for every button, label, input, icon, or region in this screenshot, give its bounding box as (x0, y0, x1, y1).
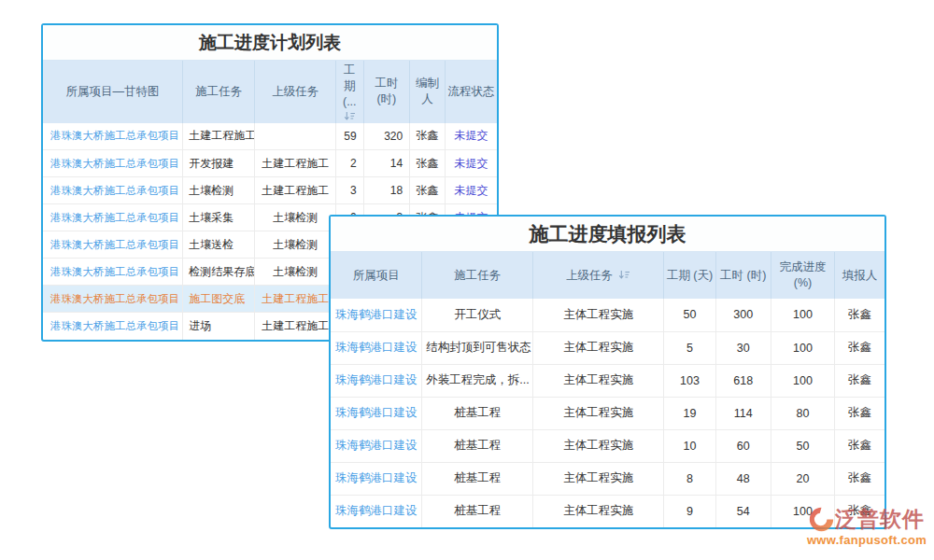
parent-task-cell: 土建工程施工 (255, 150, 336, 177)
parent-task-cell: 主体工程实施 (532, 364, 664, 397)
report-table-row[interactable]: 珠海鹤港口建设 外装工程完成，拆... 主体工程实施 103 618 100 张… (331, 364, 884, 397)
task-cell: 桩基工程 (422, 397, 533, 429)
task-cell: 检测结果存底 (183, 259, 255, 286)
task-cell: 桩基工程 (422, 429, 533, 462)
parent-task-cell: 主体工程实施 (532, 299, 664, 331)
project-link[interactable]: 港珠澳大桥施工总承包项目 (43, 123, 183, 150)
parent-task-cell: 主体工程实施 (532, 397, 664, 429)
progress-cell: 80 (771, 397, 834, 429)
hours-cell: 14 (363, 150, 410, 177)
task-cell: 土建工程施工 (183, 123, 255, 150)
parent-task-cell: 主体工程实施 (532, 495, 664, 527)
hours-cell: 300 (715, 299, 771, 331)
parent-task-cell: 土建工程施工 (255, 313, 336, 340)
hours-cell: 48 (715, 462, 771, 495)
project-link[interactable]: 珠海鹤港口建设 (331, 462, 422, 495)
report-table-body: 珠海鹤港口建设 开工仪式 主体工程实施 50 300 100 张鑫 珠海鹤港口建… (331, 299, 884, 527)
reporter-cell: 张鑫 (835, 462, 884, 495)
parent-task-cell: 主体工程实施 (532, 429, 664, 462)
task-cell: 外装工程完成，拆... (422, 364, 533, 397)
progress-cell: 100 (771, 299, 834, 331)
task-cell: 土壤送检 (183, 231, 255, 259)
report-table-row[interactable]: 珠海鹤港口建设 桩基工程 主体工程实施 9 54 100 张鑫 (331, 495, 884, 527)
project-link[interactable]: 珠海鹤港口建设 (331, 495, 422, 527)
task-cell: 土壤检测 (183, 177, 255, 204)
project-link[interactable]: 港珠澳大桥施工总承包项目 (43, 259, 183, 286)
project-link[interactable]: 珠海鹤港口建设 (331, 331, 422, 364)
task-cell: 开发报建 (183, 150, 255, 177)
plan-table-row[interactable]: 港珠澳大桥施工总承包项目 土建工程施工 59 320 张鑫 未提交 (43, 123, 497, 150)
duration-cell: 19 (664, 397, 715, 429)
task-cell: 施工图交底 (183, 286, 255, 313)
project-link[interactable]: 港珠澳大桥施工总承包项目 (43, 177, 183, 204)
report-col-parent-task[interactable]: 上级任务 (532, 252, 664, 299)
project-link[interactable]: 港珠澳大桥施工总承包项目 (43, 286, 183, 313)
report-table-row[interactable]: 珠海鹤港口建设 桩基工程 主体工程实施 10 60 50 张鑫 (331, 429, 884, 462)
report-table-row[interactable]: 珠海鹤港口建设 开工仪式 主体工程实施 50 300 100 张鑫 (331, 299, 884, 331)
project-link[interactable]: 港珠澳大桥施工总承包项目 (43, 313, 183, 340)
progress-cell: 20 (771, 462, 834, 495)
plan-table-row[interactable]: 港珠澳大桥施工总承包项目 土壤检测 土建工程施工 3 18 张鑫 未提交 (43, 177, 497, 204)
plan-col-duration[interactable]: 工期 (... (335, 61, 363, 123)
parent-task-cell: 土建工程施工 (255, 177, 336, 204)
report-table-row[interactable]: 珠海鹤港口建设 桩基工程 主体工程实施 19 114 80 张鑫 (331, 397, 884, 429)
reporter-cell: 张鑫 (835, 429, 884, 462)
parent-task-cell: 土建工程施工 (255, 286, 336, 313)
project-link[interactable]: 港珠澳大桥施工总承包项目 (43, 204, 183, 231)
hours-cell: 54 (715, 495, 771, 527)
plan-col-status: 流程状态 (446, 61, 497, 123)
duration-cell: 50 (664, 299, 715, 331)
project-link[interactable]: 珠海鹤港口建设 (331, 299, 422, 331)
report-col-hours: 工时 (时) (715, 252, 771, 299)
progress-cell: 100 (771, 364, 834, 397)
report-col-task: 施工任务 (422, 252, 533, 299)
progress-cell: 50 (771, 429, 834, 462)
plan-col-task: 施工任务 (183, 61, 255, 123)
project-link[interactable]: 珠海鹤港口建设 (331, 397, 422, 429)
task-cell: 桩基工程 (422, 495, 533, 527)
report-table: 所属项目 施工任务 上级任务 工期 (天) 工时 (时) 完成进度 (%) 填报… (331, 252, 884, 527)
parent-task-cell: 土壤检测 (255, 259, 336, 286)
progress-cell: 100 (771, 495, 834, 527)
report-table-title: 施工进度填报列表 (331, 217, 884, 252)
status-link[interactable]: 未提交 (446, 123, 497, 150)
hours-cell: 30 (715, 331, 771, 364)
parent-task-cell: 主体工程实施 (532, 462, 664, 495)
task-cell: 结构封顶到可售状态 (422, 331, 533, 364)
report-table-row[interactable]: 珠海鹤港口建设 结构封顶到可售状态 主体工程实施 5 30 100 张鑫 (331, 331, 884, 364)
report-table-header: 所属项目 施工任务 上级任务 工期 (天) 工时 (时) 完成进度 (%) 填报… (331, 252, 884, 299)
parent-task-cell: 主体工程实施 (532, 331, 664, 364)
report-col-reporter: 填报人 (835, 252, 884, 299)
sort-icon[interactable] (344, 111, 356, 121)
project-link[interactable]: 港珠澳大桥施工总承包项目 (43, 231, 183, 259)
duration-cell: 103 (664, 364, 715, 397)
parent-task-cell: 土壤检测 (255, 231, 336, 259)
parent-task-cell: 土壤检测 (255, 204, 336, 231)
duration-cell: 59 (335, 123, 363, 150)
plan-table-header: 所属项目—甘特图 施工任务 上级任务 工期 (... 工时 (时) 编制人 流程… (43, 61, 497, 123)
author-cell: 张鑫 (410, 123, 446, 150)
project-link[interactable]: 珠海鹤港口建设 (331, 429, 422, 462)
reporter-cell: 张鑫 (835, 331, 884, 364)
project-link[interactable]: 珠海鹤港口建设 (331, 364, 422, 397)
sort-icon[interactable] (618, 270, 630, 280)
reporter-cell: 张鑫 (835, 495, 884, 527)
plan-col-project: 所属项目—甘特图 (43, 61, 183, 123)
plan-col-parent-task: 上级任务 (255, 61, 336, 123)
plan-table-row[interactable]: 港珠澳大桥施工总承包项目 开发报建 土建工程施工 2 14 张鑫 未提交 (43, 150, 497, 177)
report-table-row[interactable]: 珠海鹤港口建设 桩基工程 主体工程实施 8 48 20 张鑫 (331, 462, 884, 495)
report-col-progress: 完成进度 (%) (771, 252, 834, 299)
plan-col-hours: 工时 (时) (363, 61, 410, 123)
hours-cell: 60 (715, 429, 771, 462)
task-cell: 土壤采集 (183, 204, 255, 231)
report-col-duration: 工期 (天) (664, 252, 715, 299)
progress-cell: 100 (771, 331, 834, 364)
hours-cell: 618 (715, 364, 771, 397)
plan-table-title: 施工进度计划列表 (43, 25, 497, 61)
task-cell: 桩基工程 (422, 462, 533, 495)
reporter-cell: 张鑫 (835, 364, 884, 397)
status-link[interactable]: 未提交 (446, 150, 497, 177)
duration-cell: 3 (335, 177, 363, 204)
project-link[interactable]: 港珠澳大桥施工总承包项目 (43, 150, 183, 177)
status-link[interactable]: 未提交 (446, 177, 497, 204)
